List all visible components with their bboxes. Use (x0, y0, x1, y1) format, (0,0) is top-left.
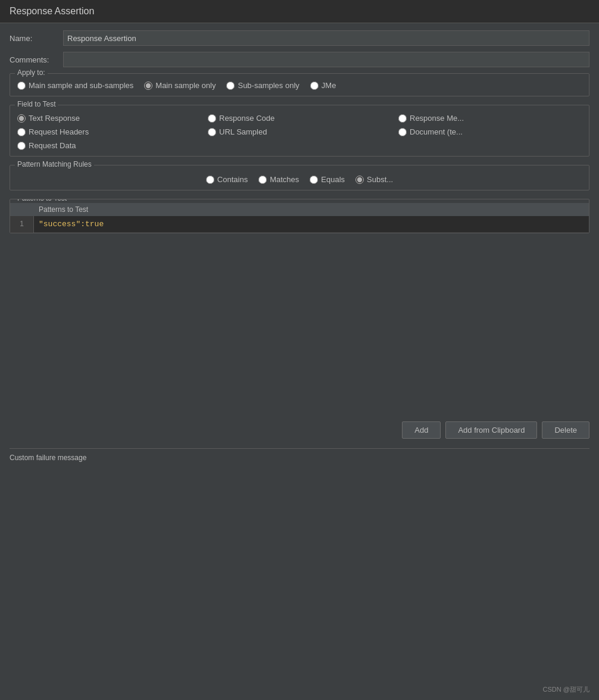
pmr-matches-item[interactable]: Matches (258, 175, 299, 184)
table-row: 1 "success":true (10, 216, 589, 233)
pmr-contains-item[interactable]: Contains (206, 175, 248, 184)
empty-area (10, 242, 589, 408)
pmr-equals-radio[interactable] (310, 176, 318, 184)
apply-main-sub-item[interactable]: Main sample and sub-samples (17, 81, 133, 90)
window-title: Response Assertion (10, 6, 589, 17)
field-to-test-grid: Text Response Response Code Response Me.… (17, 110, 582, 150)
add-button[interactable]: Add (402, 421, 441, 439)
ftt-document-radio[interactable] (398, 128, 407, 136)
ftt-req-headers-item[interactable]: Request Headers (17, 127, 201, 136)
name-input[interactable] (63, 30, 589, 46)
pattern-row-num: 1 (10, 216, 34, 233)
patterns-to-test-title: Patterns to Test (15, 199, 69, 202)
ftt-url-label: URL Sampled (219, 127, 267, 136)
ftt-text-label: Text Response (29, 114, 80, 123)
apply-jme-label: JMe (322, 81, 336, 90)
patterns-header-num (15, 205, 39, 214)
ftt-code-radio[interactable] (208, 114, 216, 123)
pmr-contains-radio[interactable] (206, 176, 214, 184)
ftt-code-item[interactable]: Response Code (208, 114, 391, 123)
title-bar: Response Assertion (0, 0, 599, 23)
apply-to-radio-group: Main sample and sub-samples Main sample … (17, 79, 582, 90)
name-row: Name: (10, 30, 589, 46)
pmr-substring-label: Subst... (367, 175, 393, 184)
pmr-matches-label: Matches (270, 175, 299, 184)
ftt-message-item[interactable]: Response Me... (398, 114, 582, 123)
ftt-req-data-label: Request Data (29, 141, 76, 150)
ftt-message-label: Response Me... (410, 114, 464, 123)
apply-jme-radio[interactable] (310, 82, 319, 90)
ftt-req-data-radio[interactable] (17, 142, 26, 150)
watermark: CSDN @甜可儿 (543, 685, 589, 694)
comments-input[interactable] (63, 52, 589, 67)
patterns-table-header-row: Patterns to Test (10, 203, 589, 216)
apply-main-sub-radio[interactable] (17, 82, 26, 90)
add-from-clipboard-button[interactable]: Add from Clipboard (445, 421, 537, 439)
pmr-equals-label: Equals (321, 175, 345, 184)
apply-main-only-item[interactable]: Main sample only (144, 81, 216, 90)
ftt-req-headers-label: Request Headers (29, 127, 89, 136)
pmr-contains-label: Contains (217, 175, 248, 184)
apply-sub-only-item[interactable]: Sub-samples only (226, 81, 299, 90)
name-label: Name: (10, 34, 63, 43)
patterns-header-value: Patterns to Test (39, 205, 584, 214)
comments-label: Comments: (10, 55, 63, 64)
pmr-substring-item[interactable]: Subst... (355, 175, 393, 184)
field-to-test-group: Field to Test Text Response Response Cod… (10, 105, 589, 157)
pattern-row-value: "success":true (34, 216, 589, 233)
apply-main-only-label: Main sample only (155, 81, 216, 90)
ftt-document-item[interactable]: Document (te... (398, 127, 582, 136)
apply-main-sub-label: Main sample and sub-samples (29, 81, 133, 90)
comments-row: Comments: (10, 52, 589, 67)
ftt-url-radio[interactable] (208, 128, 216, 136)
pattern-matching-radio-group: Contains Matches Equals Subst... (17, 170, 582, 184)
apply-sub-only-label: Sub-samples only (238, 81, 299, 90)
apply-jme-item[interactable]: JMe (310, 81, 336, 90)
ftt-code-label: Response Code (219, 114, 274, 123)
ftt-message-radio[interactable] (398, 114, 407, 123)
bottom-buttons: Add Add from Clipboard Delete (10, 414, 589, 446)
pattern-matching-title: Pattern Matching Rules (15, 160, 94, 168)
ftt-text-item[interactable]: Text Response (17, 114, 201, 123)
pmr-substring-radio[interactable] (355, 176, 364, 184)
custom-failure-label: Custom failure message (10, 454, 86, 462)
pattern-matching-group: Pattern Matching Rules Contains Matches … (10, 165, 589, 190)
delete-button[interactable]: Delete (542, 421, 589, 439)
ftt-req-headers-radio[interactable] (17, 128, 26, 136)
apply-sub-only-radio[interactable] (226, 82, 235, 90)
field-to-test-title: Field to Test (15, 100, 58, 108)
apply-main-only-radio[interactable] (144, 82, 152, 90)
ftt-req-data-item[interactable]: Request Data (17, 141, 201, 150)
ftt-url-item[interactable]: URL Sampled (208, 127, 391, 136)
custom-failure-row: Custom failure message (10, 448, 589, 462)
apply-to-group: Apply to: Main sample and sub-samples Ma… (10, 73, 589, 96)
pmr-matches-radio[interactable] (258, 176, 267, 184)
ftt-document-label: Document (te... (410, 127, 463, 136)
pmr-equals-item[interactable]: Equals (310, 175, 345, 184)
ftt-text-radio[interactable] (17, 114, 26, 123)
apply-to-title: Apply to: (15, 68, 48, 77)
patterns-to-test-section: Patterns to Test Patterns to Test 1 "suc… (10, 199, 589, 233)
response-assertion-window: Response Assertion Name: Comments: Apply… (0, 0, 599, 700)
